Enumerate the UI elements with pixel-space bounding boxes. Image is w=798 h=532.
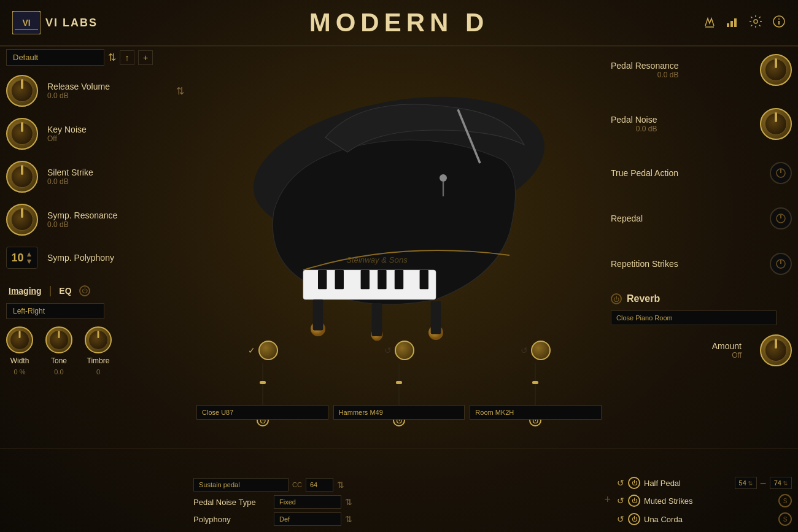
- svg-rect-18: [395, 270, 403, 289]
- muted-strikes-label: Muted Strikes: [644, 496, 775, 506]
- svg-rect-4: [727, 23, 729, 27]
- ch2-select[interactable]: Hammers M49: [333, 405, 465, 420]
- half-pedal-power-btn[interactable]: ⏻: [628, 477, 640, 489]
- half-pedal-val2: 74 ⇅: [770, 477, 792, 489]
- pedal-resonance-row: Pedal Resonance 0.0 dB: [611, 49, 792, 91]
- svg-rect-17: [378, 270, 386, 289]
- svg-point-26: [440, 174, 447, 182]
- ch3-knob[interactable]: [531, 341, 551, 360]
- half-pedal-rotate-icon[interactable]: ↺: [617, 478, 624, 488]
- info-icon[interactable]: [772, 15, 786, 31]
- release-volume-knob[interactable]: [6, 75, 38, 107]
- mic-selects: Close U87 Hammers M49 Room MK2H: [196, 405, 602, 420]
- ch3-fader[interactable]: [535, 363, 536, 412]
- check-icon-1[interactable]: ✓: [248, 345, 255, 355]
- release-volume-value: 0.0 dB: [47, 91, 110, 100]
- repedal-btn[interactable]: [770, 207, 792, 229]
- pedal-resonance-knob[interactable]: [760, 54, 792, 86]
- preset-arrows[interactable]: ⇅: [108, 52, 116, 63]
- sustain-pedal-row: Sustain pedal CC 64 ⇅: [193, 478, 420, 492]
- piano-svg: Steinway & Sons: [184, 49, 614, 344]
- pedal-noise-label: Pedal Noise: [611, 115, 657, 125]
- muted-strikes-rotate-icon[interactable]: ↺: [617, 496, 624, 506]
- tab-imaging[interactable]: Imaging: [6, 285, 44, 297]
- rotate-icon-2[interactable]: ↺: [384, 345, 392, 355]
- rotate-icon-3[interactable]: ↺: [521, 345, 528, 355]
- imaging-power-btn[interactable]: ⏻: [79, 285, 90, 296]
- silent-strike-row: Silent Strike 0.0 dB: [6, 161, 184, 193]
- key-noise-knob[interactable]: [6, 118, 38, 150]
- preset-upload-btn[interactable]: ↑: [120, 50, 134, 65]
- sustain-pedal-select[interactable]: Sustain pedal: [193, 478, 289, 492]
- svg-point-7: [754, 20, 757, 23]
- repedal-label: Repedal: [611, 214, 643, 223]
- muted-strikes-s-btn[interactable]: S: [778, 494, 792, 507]
- pedal-controls: Sustain pedal CC 64 ⇅ Pedal Noise Type F…: [193, 478, 420, 526]
- right-separator-arrow: +: [604, 493, 611, 506]
- tone-value: 0.0: [54, 368, 63, 376]
- polyphony-select[interactable]: Def: [274, 512, 341, 526]
- una-corda-power-btn[interactable]: ⏻: [628, 513, 640, 525]
- power-icon-2: [775, 213, 786, 224]
- symp-polyphony-label: Symp. Polyphony: [47, 253, 114, 263]
- pedal-noise-knob[interactable]: [760, 108, 792, 140]
- true-pedal-action-label: True Pedal Action: [611, 168, 678, 178]
- app-title: MODERN D: [309, 8, 489, 37]
- una-corda-rotate-icon[interactable]: ↺: [617, 514, 624, 524]
- key-noise-value: Off: [47, 134, 87, 143]
- true-pedal-action-row: True Pedal Action: [611, 157, 792, 189]
- repedal-row: Repedal: [611, 202, 792, 234]
- logo-icon: VI: [12, 11, 41, 34]
- piano-display: Steinway & Sons: [184, 49, 614, 344]
- svg-rect-5: [730, 21, 733, 27]
- true-pedal-action-btn[interactable]: [770, 162, 792, 184]
- preset-add-btn[interactable]: +: [138, 50, 153, 65]
- repetition-strikes-btn[interactable]: [770, 253, 792, 275]
- power-icon: [775, 168, 786, 179]
- brand-text: VI LABS: [45, 17, 98, 29]
- reverb-power-btn[interactable]: ⏻: [611, 293, 622, 304]
- silent-strike-knob[interactable]: [6, 161, 38, 193]
- tone-knob[interactable]: [45, 326, 72, 353]
- cc-label: CC: [292, 481, 302, 488]
- symp-resonance-knob[interactable]: [6, 204, 38, 236]
- pedal-noise-type-select[interactable]: Fixed: [274, 495, 341, 509]
- lr-select[interactable]: Left-Right: [6, 303, 104, 319]
- ch2-knob[interactable]: [395, 341, 414, 360]
- symp-resonance-label: Symp. Resonance: [47, 210, 117, 220]
- symp-resonance-row: Symp. Resonance 0.0 dB: [6, 204, 184, 236]
- una-corda-s-btn[interactable]: S: [778, 512, 792, 526]
- bars-icon[interactable]: [726, 15, 739, 31]
- logo: VI VI LABS: [12, 11, 98, 34]
- ch1-fader[interactable]: [262, 363, 263, 412]
- tuner-icon[interactable]: [703, 15, 716, 31]
- reverb-select[interactable]: Close Piano Room: [611, 310, 777, 325]
- half-pedal-label: Half Pedal: [644, 479, 731, 488]
- timbre-knob[interactable]: [85, 326, 112, 353]
- polyphony-spinner[interactable]: 10 ▲▼: [6, 247, 38, 269]
- width-knob[interactable]: [6, 326, 33, 353]
- svg-rect-15: [335, 270, 344, 289]
- ch1-select[interactable]: Close U87: [196, 405, 328, 420]
- cc-value-select[interactable]: 64: [306, 478, 333, 492]
- ch2-fader[interactable]: [398, 363, 400, 412]
- repetition-strikes-label: Repetition Strikes: [611, 259, 678, 269]
- width-value: 0 %: [14, 368, 26, 376]
- header-controls: [703, 14, 786, 32]
- tab-eq[interactable]: EQ: [56, 285, 74, 297]
- width-knob-group: Width 0 %: [6, 326, 33, 376]
- ch3-select[interactable]: Room MK2H: [470, 405, 602, 420]
- pedal-resonance-value: 0.0 dB: [611, 71, 679, 79]
- muted-strikes-row: ↺ ⏻ Muted Strikes S: [617, 494, 792, 507]
- tone-label: Tone: [51, 357, 67, 365]
- preset-select[interactable]: Default: [6, 49, 104, 66]
- ch1-knob[interactable]: [258, 341, 278, 360]
- release-volume-arrow[interactable]: ⇅: [176, 85, 184, 97]
- reverb-amount-knob[interactable]: [760, 334, 792, 366]
- settings-icon[interactable]: [748, 14, 763, 32]
- bottom-separator: [0, 448, 798, 449]
- svg-text:VI: VI: [22, 18, 30, 28]
- muted-strikes-power-btn[interactable]: ⏻: [628, 495, 640, 507]
- key-noise-label: Key Noise: [47, 125, 87, 134]
- timbre-label: Timbre: [87, 357, 110, 365]
